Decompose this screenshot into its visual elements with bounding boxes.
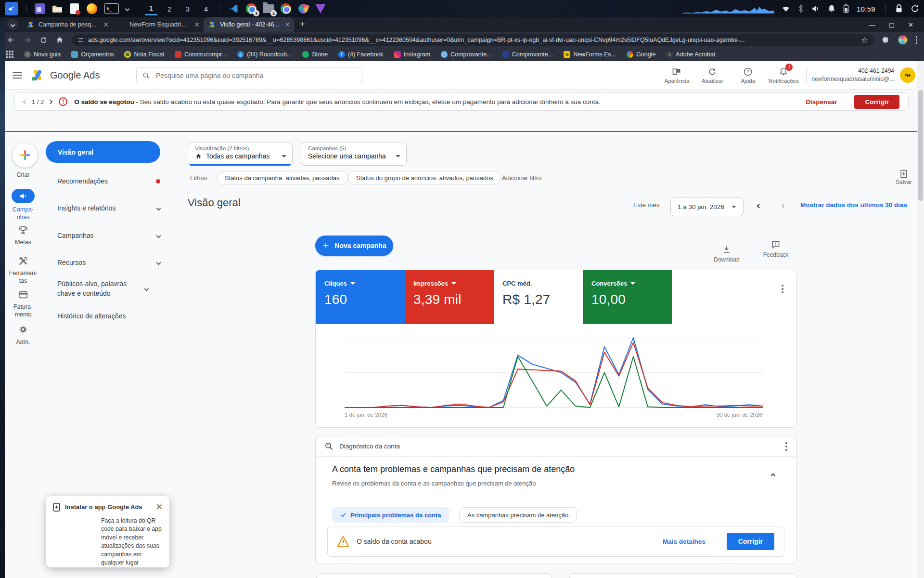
browser-tab-2[interactable]: NewForm Esquadrias de ✕ (113, 17, 204, 32)
create-button[interactable] (13, 143, 38, 168)
document-icon[interactable] (69, 3, 80, 14)
notifications-bell-icon[interactable] (828, 4, 835, 13)
tab-principais-problemas[interactable]: Principais problemas da conta (332, 507, 449, 523)
new-tab-button[interactable]: + (300, 19, 305, 29)
nav-item-visao-geral[interactable]: Visão geral (46, 141, 160, 163)
window-minimize-button[interactable]: — (869, 21, 875, 28)
browser-profile-avatar[interactable] (898, 35, 908, 45)
bluetooth-icon[interactable] (798, 4, 804, 13)
bookmark-orcamentos[interactable]: Orçamentos (71, 51, 114, 58)
forward-icon[interactable] (23, 36, 32, 44)
date-next-icon[interactable] (780, 204, 785, 209)
window-maximize-button[interactable]: ▢ (889, 21, 895, 28)
nav-item-campanhas[interactable]: Campanhas (57, 231, 160, 240)
bookmark-newforms[interactable]: NNewForms Es... (564, 51, 616, 58)
nav-item-recursos[interactable]: Recursos (57, 258, 160, 267)
reload-icon[interactable] (39, 36, 48, 44)
nav-item-publicos[interactable]: Públicos-alvo, palavras-chave e conteúdo (57, 279, 164, 298)
workspace-2[interactable]: 2 (163, 3, 176, 15)
tab-campanhas-atencao[interactable]: As campanhas precisam de atenção (459, 507, 577, 523)
metric-card-conversoes[interactable]: Conversões 10,00 (583, 270, 672, 324)
volume-icon[interactable] (811, 5, 820, 13)
bookmark-google[interactable]: Google (627, 51, 655, 58)
vscode-icon[interactable] (228, 3, 240, 14)
bookmark-stone[interactable]: Stone (302, 51, 328, 58)
chart-menu-icon[interactable] (782, 285, 783, 293)
alert-next-icon[interactable] (48, 99, 53, 104)
appearance-button[interactable]: Aparência (659, 67, 694, 84)
fix-issue-button[interactable]: Corrigir (727, 533, 774, 550)
metric-caret-icon[interactable] (630, 282, 635, 285)
diagnostic-menu-icon[interactable] (785, 442, 787, 451)
rail-item-faturamento[interactable] (17, 289, 29, 301)
date-prev-icon[interactable] (757, 204, 762, 209)
terminal-icon[interactable]: $_ (103, 3, 120, 14)
nav-item-insights[interactable]: Insights e relatórios (57, 203, 160, 213)
window-close-button[interactable]: ✕ (908, 21, 913, 28)
apps-grid-icon[interactable] (6, 51, 13, 58)
campaign-selector[interactable]: Campanhas (5) Selecione uma campanha (301, 143, 407, 166)
alert-prev-icon[interactable] (23, 99, 28, 104)
bookmark-star-icon[interactable] (861, 37, 868, 44)
url-text[interactable]: ads.google.com/aw/overview?ocid=41235109… (88, 37, 857, 43)
bookmark-construcompr[interactable]: Construcompr... (175, 51, 227, 58)
new-campaign-button[interactable]: Nova campanha (315, 236, 393, 256)
site-settings-icon[interactable] (77, 37, 84, 43)
browser-tab-3-active[interactable]: Visão geral - 402-461-2... ✕ (204, 17, 294, 32)
firefox-icon[interactable] (86, 3, 98, 14)
lock-icon[interactable] (895, 4, 903, 13)
page-scrollbar[interactable] (917, 61, 924, 578)
fix-button[interactable]: Corrigir (854, 95, 899, 109)
files-icon[interactable]: 2 (263, 3, 274, 14)
filter-chip-campaign-status[interactable]: Status da campanha: ativadas, pausadas (217, 171, 348, 185)
chrome-icon[interactable]: 3 (245, 3, 257, 14)
brave-icon[interactable] (315, 3, 326, 14)
extensions-puzzle-icon[interactable] (882, 36, 890, 44)
bookmark-comprovante-2[interactable]: Comprovante... (502, 51, 553, 58)
nav-item-recomendacoes[interactable]: Recomendações (57, 176, 160, 186)
close-icon[interactable]: ✕ (156, 502, 163, 512)
bookmark-instagram[interactable]: Instagram (394, 51, 431, 58)
wifi-icon[interactable] (782, 5, 790, 13)
battery-icon[interactable] (843, 4, 849, 13)
bookmark-roundcube[interactable]: 💧(34) Roundcub... (237, 51, 292, 58)
paint-app-icon[interactable] (297, 3, 309, 14)
tab-search-button[interactable] (7, 19, 18, 30)
feedback-button[interactable]: Feedback (757, 240, 795, 258)
performance-line-chart[interactable] (345, 335, 763, 408)
tab-close-icon[interactable]: ✕ (194, 21, 200, 28)
collapse-chevron-icon[interactable] (771, 473, 776, 478)
refresh-button[interactable]: Atualizar (694, 67, 730, 84)
bookmark-nova-guia[interactable]: ◔Nova guia (24, 51, 61, 58)
kali-menu-icon[interactable] (5, 2, 18, 15)
date-range-selector[interactable]: 1 a 30 jan. 2026 (670, 197, 744, 216)
help-button[interactable]: ? Ajuda (730, 67, 766, 84)
browser-tab-1[interactable]: Campanha de pesquisa - ✕ (22, 17, 113, 32)
rail-item-campanhas[interactable] (12, 189, 35, 203)
chrome-secondary-icon[interactable] (280, 3, 292, 14)
account-info[interactable]: 402-461-2494 newformesquadriasaluminio@.… (811, 67, 894, 84)
power-restart-icon[interactable] (911, 4, 919, 13)
filter-chip-adgroup-status[interactable]: Status do grupo de anúncios: ativados, p… (348, 171, 501, 185)
metric-caret-icon[interactable] (350, 282, 355, 285)
hamburger-menu-icon[interactable] (13, 72, 22, 79)
back-icon[interactable] (7, 36, 15, 44)
rail-item-ferramentas[interactable] (17, 255, 29, 267)
launcher-chevron-icon[interactable] (125, 6, 130, 11)
rail-item-adm[interactable] (17, 324, 29, 335)
dismiss-button[interactable]: Dispensar (806, 98, 837, 105)
app-search-box[interactable] (136, 67, 362, 84)
workspace-4[interactable]: 4 (200, 3, 212, 15)
more-details-link[interactable]: Mais detalhes (663, 538, 706, 545)
download-button[interactable]: Download (707, 245, 746, 263)
metric-card-cpc[interactable]: CPC méd. R$ 1,27 (494, 270, 583, 324)
account-avatar[interactable]: Ne (900, 67, 915, 83)
workspace-1[interactable]: 1 (145, 2, 157, 15)
metric-card-impressoes[interactable]: Impressões 3,39 mil (405, 270, 494, 324)
view-selector[interactable]: Visualização (2 filtros) Todas as campan… (188, 143, 293, 166)
bookmark-adobe-acrobat[interactable]: ○Adobe Acrobat (666, 51, 715, 58)
notifications-button[interactable]: Notificações ! (766, 67, 801, 84)
bookmark-nota-fiscal[interactable]: Nota Fiscal (124, 51, 164, 58)
bookmark-facebook[interactable]: f(4) Facebook (338, 51, 384, 58)
add-filter-button[interactable]: Adicionar filtro (502, 174, 541, 182)
